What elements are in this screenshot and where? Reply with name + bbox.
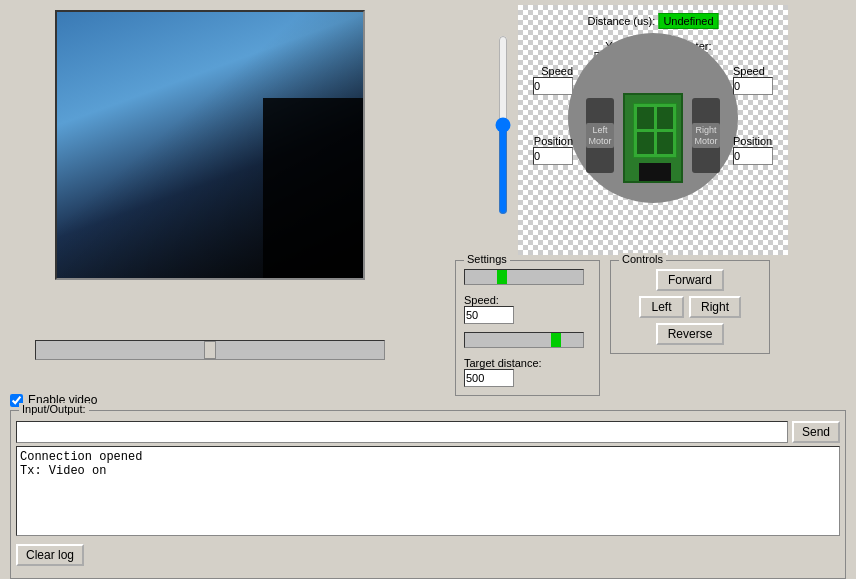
- right-wheel: RightMotor: [692, 98, 720, 173]
- left-position-label: Position: [534, 135, 573, 147]
- controls-row-1: Forward: [656, 269, 724, 291]
- controls-row-3: Reverse: [656, 323, 725, 345]
- forward-button[interactable]: Forward: [656, 269, 724, 291]
- right-button[interactable]: Right: [689, 296, 741, 318]
- robot-display: Distance (us): Undefined Yaw: Odometer:: [518, 5, 788, 255]
- left-motor-label: LeftMotor: [586, 123, 613, 149]
- left-panel: [0, 0, 420, 390]
- enable-video-row: Enable video: [0, 390, 856, 410]
- robot-circle: LeftMotor RightMotor: [568, 33, 738, 203]
- io-output: [16, 446, 840, 536]
- vertical-slider-container: [488, 25, 518, 225]
- top-section: Distance (us): Undefined Yaw: Odometer:: [0, 0, 856, 390]
- body-cell-1: [637, 107, 654, 129]
- io-input-row: Send: [16, 421, 840, 443]
- robot-body: [623, 93, 683, 183]
- target-distance-input[interactable]: [464, 369, 514, 387]
- settings-panel: Settings Speed: Target distance:: [455, 260, 600, 396]
- left-speed-input[interactable]: [533, 77, 573, 95]
- left-speed-label: Speed: [541, 65, 573, 77]
- video-dark-area: [263, 98, 363, 278]
- robot-inner: LeftMotor RightMotor: [568, 33, 738, 203]
- left-position-input[interactable]: [533, 147, 573, 165]
- right-panel: Distance (us): Undefined Yaw: Odometer:: [420, 0, 856, 390]
- controls-panel: Controls Forward Left Right Reverse: [610, 260, 770, 354]
- right-motor-panel: Speed Position: [733, 65, 788, 165]
- controls-row-2: Left Right: [639, 296, 741, 318]
- speed-input[interactable]: [464, 306, 514, 324]
- reverse-button[interactable]: Reverse: [656, 323, 725, 345]
- right-speed-label: Speed: [733, 65, 765, 77]
- vertical-slider[interactable]: [493, 35, 513, 215]
- body-cell-2: [657, 107, 674, 129]
- robot-area: Distance (us): Undefined Yaw: Odometer:: [425, 5, 851, 255]
- left-wheel: LeftMotor: [586, 98, 614, 173]
- horizontal-slider[interactable]: [35, 340, 385, 360]
- distance-text-label: Distance (us):: [587, 15, 655, 27]
- video-feed: [55, 10, 365, 280]
- speed-slider[interactable]: [464, 269, 584, 285]
- io-input[interactable]: [16, 421, 788, 443]
- controls-legend: Controls: [619, 253, 666, 265]
- settings-legend: Settings: [464, 253, 510, 265]
- speed-label: Speed:: [464, 294, 591, 306]
- target-slider[interactable]: [464, 332, 584, 348]
- io-panel: Input/Output: Send Clear log: [10, 410, 846, 579]
- distance-value: Undefined: [658, 13, 718, 29]
- distance-label-area: Distance (us): Undefined: [587, 13, 718, 29]
- left-motor-panel: Speed Position: [518, 65, 573, 165]
- send-button[interactable]: Send: [792, 421, 840, 443]
- left-button[interactable]: Left: [639, 296, 684, 318]
- right-position-input[interactable]: [733, 147, 773, 165]
- right-motor-label: RightMotor: [692, 123, 719, 149]
- robot-body-detail: [633, 103, 677, 158]
- body-cell-3: [637, 132, 654, 154]
- right-bottom-row: Settings Speed: Target distance: Control…: [425, 255, 851, 401]
- main-container: Distance (us): Undefined Yaw: Odometer:: [0, 0, 856, 579]
- right-speed-input[interactable]: [733, 77, 773, 95]
- right-position-label: Position: [733, 135, 772, 147]
- io-legend: Input/Output:: [19, 403, 89, 415]
- horizontal-slider-container: [20, 340, 400, 360]
- robot-bottom-block: [639, 163, 671, 181]
- target-distance-label: Target distance:: [464, 357, 591, 369]
- clear-log-button[interactable]: Clear log: [16, 544, 84, 566]
- body-cell-4: [657, 132, 674, 154]
